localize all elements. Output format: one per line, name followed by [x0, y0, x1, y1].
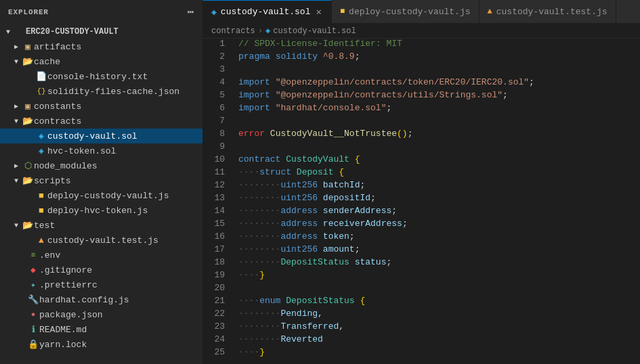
line-code: ········DepositStatus status; [236, 257, 640, 270]
sidebar-item-readme[interactable]: ℹ README.md [0, 322, 202, 337]
line-number: 2 [203, 51, 236, 64]
table-row: 17········uint256 amount; [203, 244, 640, 257]
tab-custody-vault-close[interactable]: ✕ [314, 5, 322, 19]
tabs-bar: ◈ custody-vault.sol ✕ ■ deploy-custody-v… [203, 0, 640, 24]
tab-deploy-icon: ■ [340, 7, 345, 16]
sidebar-item-cache[interactable]: ▼ 📂 cache [0, 54, 202, 69]
cache-folder-icon: 📂 [22, 56, 34, 67]
sidebar-item-solidity-cache[interactable]: {} solidity-files-cache.json [0, 84, 202, 99]
line-code: error CustodyVault__NotTrustee(); [236, 129, 640, 141]
breadcrumb-contracts[interactable]: contracts [211, 26, 255, 36]
project-arrow: ▼ [3, 28, 14, 36]
line-number: 14 [203, 206, 236, 219]
custody-vault-sol-label: custody-vault.sol [47, 131, 202, 141]
sidebar-item-constants[interactable]: ▶ ▣ constants [0, 99, 202, 114]
table-row: 18········DepositStatus status; [203, 257, 640, 270]
tab-custody-vault-sol[interactable]: ◈ custody-vault.sol ✕ [203, 0, 332, 23]
gitignore-label: .gitignore [39, 265, 202, 275]
sidebar: Explorer ⋯ ▼ ERC20-CUSTODY-VAULT ▶ ▣ art… [0, 0, 203, 364]
table-row: 1// SPDX-License-Identifier: MIT [203, 39, 640, 51]
breadcrumb-filename[interactable]: custody-vault.sol [273, 26, 356, 36]
line-number: 12 [203, 180, 236, 193]
line-number: 22 [203, 309, 236, 321]
test-arrow: ▼ [11, 222, 22, 229]
line-code: ········uint256 depositId; [236, 193, 640, 206]
artifacts-label: artifacts [34, 42, 202, 52]
scripts-label: scripts [34, 176, 202, 186]
line-code: // SPDX-License-Identifier: MIT [236, 39, 640, 51]
line-code: ····struct Deposit { [236, 167, 640, 180]
table-row: 25····} [203, 347, 640, 360]
line-number: 3 [203, 64, 236, 77]
hardhat-label: hardhat.config.js [39, 295, 202, 305]
table-row: 9 [203, 141, 640, 154]
sidebar-item-hvc-token-sol[interactable]: ◈ hvc-token.sol [0, 143, 202, 158]
contracts-label: contracts [34, 116, 202, 127]
sidebar-item-custody-vault-sol[interactable]: ◈ custody-vault.sol [0, 129, 202, 143]
sidebar-item-artifacts[interactable]: ▶ ▣ artifacts [0, 39, 202, 54]
table-row: 24········Reverted [203, 334, 640, 347]
project-root[interactable]: ▼ ERC20-CUSTODY-VAULT [0, 24, 202, 39]
deploy-custody-vault-label: deploy-custody-vault.js [47, 191, 202, 201]
tab-test-icon: ▲ [488, 7, 492, 16]
sidebar-item-node-modules[interactable]: ▶ ⬡ node_modules [0, 158, 202, 173]
table-row: 19····} [203, 270, 640, 283]
sidebar-item-contracts[interactable]: ▼ 📂 contracts [0, 114, 202, 129]
node-modules-label: node_modules [34, 161, 202, 171]
sidebar-item-deploy-custody-vault[interactable]: ■ deploy-custody-vault.js [0, 188, 202, 203]
solidity-cache-icon: {} [35, 87, 47, 95]
line-number: 25 [203, 347, 236, 360]
sidebar-header: Explorer ⋯ [0, 0, 202, 24]
line-code: ········Pending, [236, 309, 640, 321]
sidebar-item-console-history[interactable]: 📄 console-history.txt [0, 69, 202, 84]
line-number: 7 [203, 116, 236, 129]
env-label: .env [39, 250, 202, 260]
custody-vault-test-icon: ▲ [35, 235, 47, 246]
sidebar-item-deploy-hvc-token[interactable]: ■ deploy-hvc-token.js [0, 203, 202, 218]
line-code [236, 283, 640, 296]
line-number: 13 [203, 193, 236, 206]
tab-deploy-custody-vault[interactable]: ■ deploy-custody-vault.js [332, 0, 479, 23]
sidebar-item-yarn-lock[interactable]: 🔒 yarn.lock [0, 337, 202, 352]
sidebar-item-package-json[interactable]: ● package.json [0, 307, 202, 322]
console-history-icon: 📄 [35, 71, 47, 82]
node-modules-arrow: ▶ [11, 162, 22, 170]
line-code: ····} [236, 347, 640, 360]
line-code: ····} [236, 270, 640, 283]
console-history-label: console-history.txt [47, 72, 202, 82]
sidebar-item-scripts[interactable]: ▼ 📂 scripts [0, 173, 202, 188]
tab-custody-vault-test[interactable]: ▲ custody-vault.test.js [479, 0, 616, 23]
sidebar-item-test[interactable]: ▼ 📂 test [0, 218, 202, 233]
deploy-custody-vault-icon: ■ [35, 191, 47, 201]
table-row: 21····enum DepositStatus { [203, 296, 640, 309]
code-container[interactable]: 1// SPDX-License-Identifier: MIT2pragma … [203, 39, 640, 364]
contracts-folder-icon: 📂 [22, 116, 34, 127]
tab-sol-icon: ◈ [211, 7, 217, 18]
line-number: 21 [203, 296, 236, 309]
line-number: 17 [203, 244, 236, 257]
table-row: 16········address token; [203, 231, 640, 244]
solidity-cache-label: solidity-files-cache.json [47, 87, 202, 97]
line-number: 11 [203, 167, 236, 180]
sidebar-item-gitignore[interactable]: ◆ .gitignore [0, 263, 202, 277]
editor-area: ◈ custody-vault.sol ✕ ■ deploy-custody-v… [203, 0, 640, 364]
line-code: ····enum DepositStatus { [236, 296, 640, 309]
table-row: 12········uint256 batchId; [203, 180, 640, 193]
line-code: ········uint256 batchId; [236, 180, 640, 193]
line-code: import "@openzeppelin/contracts/utils/St… [236, 90, 640, 103]
hardhat-icon: 🔧 [27, 294, 39, 305]
sidebar-title: Explorer [8, 8, 49, 16]
line-code: contract CustodyVault { [236, 154, 640, 167]
sidebar-item-env[interactable]: ≡ .env [0, 248, 202, 263]
line-number: 1 [203, 39, 236, 51]
table-row: 22········Pending, [203, 309, 640, 321]
prettierrc-icon: ✦ [27, 279, 39, 290]
sidebar-item-prettierrc[interactable]: ✦ .prettierrc [0, 277, 202, 292]
sidebar-item-hardhat-config[interactable]: 🔧 hardhat.config.js [0, 292, 202, 307]
more-icon[interactable]: ⋯ [187, 5, 194, 19]
line-code: ········Transferred, [236, 321, 640, 334]
cache-label: cache [34, 57, 202, 67]
project-label: ERC20-CUSTODY-VAULT [26, 27, 202, 37]
sidebar-item-custody-vault-test[interactable]: ▲ custody-vault.test.js [0, 233, 202, 248]
constants-arrow: ▶ [11, 102, 22, 110]
